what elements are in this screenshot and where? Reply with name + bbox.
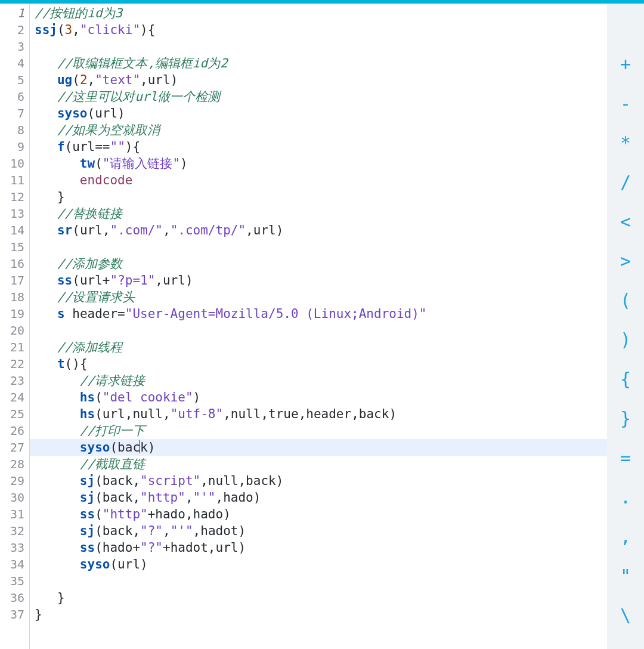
code-line[interactable]: sr(url,".com/",".com/tp/",url) — [30, 222, 607, 239]
open-brace-icon[interactable]: { — [614, 370, 637, 388]
token-punc: ( — [72, 273, 80, 288]
code-text-area[interactable]: //按钮的id为3ssj(3,"clicki"){ //取编辑框文本,编辑框id… — [30, 4, 607, 649]
token-str: "?p=1" — [110, 273, 155, 288]
minus-icon[interactable]: - — [614, 94, 637, 112]
code-line[interactable]: f(url==""){ — [30, 138, 607, 155]
equals-icon[interactable]: = — [614, 449, 637, 466]
code-line[interactable]: tw("请输入链接") — [30, 155, 607, 172]
line-number: 17 — [0, 272, 29, 289]
code-line[interactable]: s header="User-Agent=Mozilla/5.0 (Linux;… — [30, 305, 607, 322]
line-number: 26 — [0, 422, 29, 439]
token-comment: //截取直链 — [80, 457, 145, 471]
token-str: "http" — [103, 507, 148, 521]
token-comment: //替换链接 — [57, 206, 122, 221]
code-line[interactable]: sj(back,"http","'",hado) — [30, 489, 607, 506]
code-line[interactable]: //这里可以对url做一个检测 — [30, 88, 607, 105]
code-line[interactable]: syso(back) — [30, 439, 607, 456]
code-line[interactable]: sj(back,"?","'",hadot) — [30, 523, 607, 539]
token-ident: null — [231, 407, 261, 421]
backslash-icon[interactable]: \ — [614, 606, 637, 624]
line-number: 2 — [0, 21, 29, 38]
token-punc: ( — [95, 390, 103, 404]
code-line[interactable]: syso(url) — [30, 105, 607, 122]
code-line[interactable]: //截取直链 — [30, 456, 607, 472]
token-ident: k — [140, 440, 148, 455]
code-line[interactable]: //添加线程 — [30, 339, 607, 356]
code-line[interactable]: ss("http"+hado,hado) — [30, 506, 607, 523]
code-line[interactable]: ssj(3,"clicki"){ — [30, 21, 607, 38]
code-line[interactable]: } — [30, 589, 607, 606]
token-punc: } — [57, 591, 65, 605]
slash-icon[interactable]: / — [614, 173, 637, 191]
code-line[interactable]: //打印一下 — [30, 422, 607, 439]
open-paren-icon[interactable]: ( — [614, 291, 637, 309]
line-number: 19 — [0, 305, 29, 322]
token-punc: , — [193, 524, 201, 538]
code-line[interactable]: t(){ — [30, 356, 607, 372]
close-paren-icon[interactable]: ) — [614, 330, 637, 348]
code-line[interactable]: hs(url,null,"utf-8",null,true,header,bac… — [30, 406, 607, 422]
token-punc: ( — [95, 490, 103, 505]
line-number: 23 — [0, 372, 29, 389]
code-line[interactable] — [30, 573, 607, 589]
token-punc: , — [246, 223, 253, 237]
line-number: 24 — [0, 389, 29, 406]
token-str: "'" — [193, 490, 216, 505]
token-ident: hadot — [200, 524, 238, 538]
code-line[interactable]: endcode — [30, 172, 607, 188]
code-line[interactable]: ss(hado+"?"+hadot,url) — [30, 539, 607, 556]
dot-icon[interactable]: . — [614, 488, 637, 506]
code-line[interactable] — [30, 239, 607, 255]
token-punc: ( — [88, 106, 95, 120]
token-punc: , — [185, 490, 193, 505]
line-number: 20 — [0, 322, 29, 339]
token-str: ".com/tp/" — [171, 223, 246, 237]
code-line[interactable]: //替换链接 — [30, 205, 607, 222]
asterisk-icon[interactable]: * — [614, 134, 637, 152]
token-punc: , — [351, 407, 359, 421]
code-line[interactable]: //取编辑框文本,编辑框id为2 — [30, 55, 607, 72]
token-punc: ){ — [125, 140, 140, 154]
code-line[interactable] — [30, 38, 607, 55]
line-number: 27 — [0, 439, 29, 456]
code-editor: 1234567891011121314151617181920212223242… — [0, 4, 644, 649]
token-ident: url — [117, 557, 140, 571]
code-line[interactable]: sj(back,"script",null,back) — [30, 472, 607, 489]
token-str: "script" — [140, 474, 200, 488]
token-punc: ) — [238, 524, 246, 538]
token-ident: url — [72, 140, 95, 154]
line-number-gutter[interactable]: 1234567891011121314151617181920212223242… — [0, 4, 30, 649]
token-ident: url — [253, 223, 276, 237]
line-number: 22 — [0, 356, 29, 372]
code-line[interactable]: } — [30, 606, 607, 623]
line-number: 35 — [0, 573, 29, 589]
line-number: 32 — [0, 523, 29, 539]
code-line[interactable]: ug(2,"text",url) — [30, 72, 607, 88]
line-number: 37 — [0, 606, 29, 623]
code-line[interactable] — [30, 322, 607, 339]
line-number: 11 — [0, 172, 29, 188]
token-punc: ( — [95, 524, 103, 538]
token-ident: null — [132, 407, 163, 421]
quote-icon[interactable]: " — [614, 567, 637, 585]
token-fn: s — [57, 307, 65, 321]
code-line[interactable]: ss(url+"?p=1",url) — [30, 272, 607, 289]
comma-icon[interactable]: , — [614, 527, 637, 545]
code-line[interactable]: } — [30, 188, 607, 205]
token-fn: sj — [80, 474, 95, 488]
token-ident: url — [80, 223, 103, 237]
token-punc: ( — [57, 23, 65, 37]
greater-than-icon[interactable]: > — [614, 252, 637, 270]
code-line[interactable]: hs("del cookie") — [30, 389, 607, 406]
less-than-icon[interactable]: < — [614, 212, 637, 230]
code-line[interactable]: //添加参数 — [30, 255, 607, 272]
close-brace-icon[interactable]: } — [614, 409, 637, 427]
token-str: "text" — [95, 73, 140, 87]
plus-icon[interactable]: + — [614, 55, 637, 73]
code-line[interactable]: //设置请求头 — [30, 289, 607, 305]
code-line[interactable]: //按钮的id为3 — [30, 5, 607, 21]
token-punc: ) — [148, 440, 156, 455]
code-line[interactable]: syso(url) — [30, 556, 607, 573]
code-line[interactable]: //如果为空就取消 — [30, 122, 607, 138]
code-line[interactable]: //请求链接 — [30, 372, 607, 389]
